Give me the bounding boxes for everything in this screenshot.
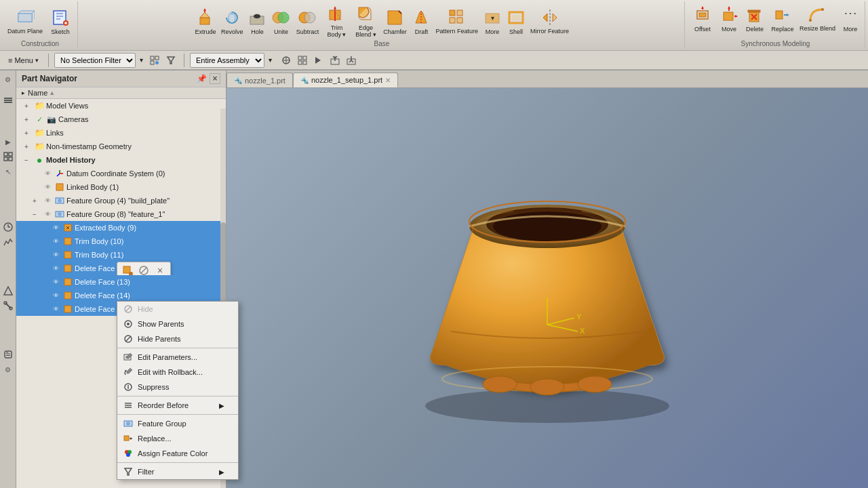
viewport[interactable]: 🔩 nozzle_1.prt 🔩 nozzle_1_setup_1.prt ✕ xyxy=(226,70,868,488)
linked-body-icon xyxy=(54,182,65,192)
tab-nozzle-icon: 🔩 xyxy=(234,77,242,84)
shell-button[interactable]: Shell xyxy=(505,4,528,39)
tab-close-button[interactable]: ✕ xyxy=(385,77,391,84)
fg4-icon xyxy=(54,195,65,206)
tree-item-delete-face-14[interactable]: 👁 Delete Face (14) xyxy=(16,289,226,302)
pointer-icon[interactable]: ▶ xyxy=(2,136,14,148)
edge-blend-button[interactable]: EdgeBlend ▾ xyxy=(351,4,380,39)
replace-button[interactable]: Replace xyxy=(769,1,796,37)
delete-sync-button[interactable]: Delete xyxy=(742,1,768,37)
trim-body-button[interactable]: TrimBody ▾ xyxy=(322,4,351,39)
tree-item-links[interactable]: + 📁 Links xyxy=(16,126,226,140)
expand-fg4[interactable]: + xyxy=(33,197,41,205)
tree-item-nontimestamp[interactable]: + 📁 Non-timestamp Geometry xyxy=(16,140,226,153)
ctx-edit-params-item[interactable]: Edit Parameters... xyxy=(117,350,238,365)
tree-item-datum-cs[interactable]: 👁 Datum Coordinate System (0) xyxy=(16,167,226,180)
tree-item-trim-body-11[interactable]: 👁 Trim Body (11) xyxy=(16,248,226,262)
analysis-icon[interactable] xyxy=(2,236,14,248)
selection-filter-arrow[interactable]: ▾ xyxy=(138,55,144,65)
more-sync-button[interactable]: ⋯ More xyxy=(839,1,862,37)
expand-links[interactable]: + xyxy=(24,129,33,137)
expand-model-views[interactable]: + xyxy=(24,102,33,110)
more-base-button[interactable]: ▾ More xyxy=(481,4,504,39)
revolve-button[interactable]: Revolve xyxy=(219,4,245,39)
assign-color-icon xyxy=(123,448,134,459)
ctx-replace-item[interactable]: Replace... xyxy=(117,431,238,446)
import-button[interactable] xyxy=(344,54,359,66)
hole-button[interactable]: Hole xyxy=(245,4,269,39)
ctx-assign-color-item[interactable]: Assign Feature Color xyxy=(117,446,238,461)
ctx-reorder-item[interactable]: Reorder Before ▶ xyxy=(117,398,238,413)
chamfer-button[interactable]: Chamfer xyxy=(380,4,409,39)
filter-button[interactable] xyxy=(163,54,178,66)
svg-marker-28 xyxy=(334,6,336,9)
mirror-feature-button[interactable]: Mirror Feature xyxy=(528,4,571,39)
expand-model-history[interactable]: − xyxy=(24,157,33,164)
ctx-suppress-item[interactable]: Suppress xyxy=(117,380,238,394)
view-icon[interactable] xyxy=(2,150,14,163)
nav-close-button[interactable]: × xyxy=(210,73,220,84)
info-icon[interactable] xyxy=(2,348,14,361)
svg-marker-140 xyxy=(130,437,132,440)
tab-setup-icon: 🔩 xyxy=(300,77,309,84)
tree-item-feature-group-4[interactable]: + 👁 Feature Group (4) "build_plate" xyxy=(16,194,226,207)
move-button[interactable]: Move xyxy=(717,1,741,37)
ctx-feature-group-item[interactable]: Feature Group xyxy=(117,416,238,431)
folder3-icon: 📁 xyxy=(34,141,45,152)
snap-button[interactable] xyxy=(147,54,162,66)
assembly-arrow[interactable]: ▾ xyxy=(267,55,273,65)
offset-button[interactable]: Offset xyxy=(689,1,716,37)
tools-icon[interactable] xyxy=(2,300,14,312)
pattern-feature-button[interactable]: Pattern Feature xyxy=(433,4,480,39)
sketch-button[interactable]: Sketch xyxy=(46,4,75,39)
expand-fg8[interactable]: − xyxy=(33,211,41,218)
cursor-icon[interactable]: ↖ xyxy=(2,165,14,178)
export-button[interactable] xyxy=(328,54,342,66)
eye-eb-icon: 👁 xyxy=(50,222,61,233)
eye-tb11-icon: 👁 xyxy=(50,249,61,260)
tree-item-feature-group-8[interactable]: − 👁 Feature Group (8) "feature_1" xyxy=(16,207,226,221)
ctx-hide-item[interactable]: Hide xyxy=(117,302,238,317)
tree-item-extracted-body[interactable]: 👁 Extracted Body (9) xyxy=(16,221,226,235)
snap2-button[interactable] xyxy=(279,54,294,66)
expand-cameras[interactable]: + xyxy=(24,116,33,123)
gear2-icon[interactable]: ⚙ xyxy=(2,363,14,375)
render-icon[interactable] xyxy=(2,285,14,297)
menu-button[interactable]: ≡ Menu ▾ xyxy=(4,55,43,66)
tab-nozzle[interactable]: 🔩 nozzle_1.prt xyxy=(226,73,293,87)
tree-item-linked-body[interactable]: 👁 Linked Body (1) xyxy=(16,180,226,194)
tree-item-model-history[interactable]: − ● Model History xyxy=(16,153,226,167)
draft-button[interactable]: Draft xyxy=(410,4,433,39)
assembly-select[interactable]: Entire Assembly xyxy=(190,53,264,68)
extrude-button[interactable]: Extrude xyxy=(193,4,218,39)
tree-item-model-views[interactable]: + 📁 Model Views xyxy=(16,99,226,113)
select3-button[interactable] xyxy=(295,54,310,66)
check-icon: ✓ xyxy=(34,114,45,125)
ctx-hide-parents-item[interactable]: Hide Parents xyxy=(117,331,238,346)
settings-icon[interactable]: ⚙ xyxy=(2,73,14,85)
tree-item-delete-face-13[interactable]: 👁 Delete Face (13) xyxy=(16,275,226,289)
ctx-show-parents-item[interactable]: Show Parents xyxy=(117,317,238,331)
measure-icon[interactable] xyxy=(2,221,14,233)
nav-header: Part Navigator 📌 × xyxy=(16,70,226,87)
layers-icon[interactable] xyxy=(2,94,14,106)
svg-rect-47 xyxy=(699,13,706,17)
tab-nozzle-setup[interactable]: 🔩 nozzle_1_setup_1.prt ✕ xyxy=(293,73,398,87)
arrow3-button[interactable] xyxy=(311,54,326,66)
unite-button[interactable]: Unite xyxy=(269,4,292,39)
svg-point-18 xyxy=(229,12,235,23)
resize-blend-button[interactable]: Resize Blend xyxy=(797,1,837,37)
datum-plane-button[interactable]: Datum Plane xyxy=(5,4,45,39)
nav-pin-button[interactable]: 📌 xyxy=(197,74,207,83)
subtract-button[interactable]: Subtract xyxy=(293,4,321,39)
ctx-edit-rollback-item[interactable]: Edit with Rollback... xyxy=(117,365,238,380)
viewport-tabs: 🔩 nozzle_1.prt 🔩 nozzle_1_setup_1.prt ✕ xyxy=(226,70,868,88)
eye-tb10-icon: 👁 xyxy=(50,236,61,247)
selection-filter-select[interactable]: No Selection Filter xyxy=(54,53,136,68)
tree-item-trim-body-10[interactable]: 👁 Trim Body (10) xyxy=(16,235,226,248)
tree-item-cameras[interactable]: + ✓ 📷 Cameras xyxy=(16,113,226,126)
tree-item-delete-face-12[interactable]: 👁 Delete Face (12) × xyxy=(16,262,226,275)
expand-nontimestamp[interactable]: + xyxy=(24,143,33,150)
svg-rect-86 xyxy=(9,152,12,156)
ctx-filter-item[interactable]: Filter ▶ xyxy=(117,464,238,479)
